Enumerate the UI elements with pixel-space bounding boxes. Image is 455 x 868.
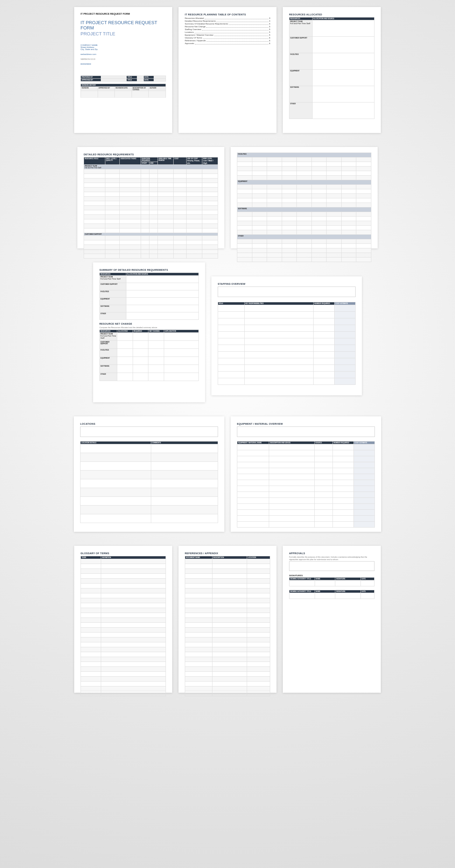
section-title: DETAILED RESOURCE REQUIREMENTS [84, 153, 218, 156]
section-title-netchange: RESOURCE NET CHANGE [99, 323, 199, 325]
detailed-req-table-cont: FACILITIESEQUIPMENTSOFTWAREOTHER [237, 153, 371, 262]
doc-title: IT PROJECT RESOURCE REQUEST FORM [80, 20, 166, 30]
signatures-table-1: SIGNING AUTHORITY TITLENAMESIGNATUREDATE [289, 577, 374, 586]
doc-header: IT PROJECT RESOURCE REQUEST FORM [80, 13, 166, 15]
staffing-table: ROLE KEY RESPONSIBILITIES NUMBER REQUIRE… [218, 302, 356, 385]
page-references: REFERENCES / APPENDIX DOCUMENT NAMEDESCR… [178, 546, 276, 693]
section-title-summary: SUMMARY OF DETAILED RESOURCE REQUIREMENT… [99, 269, 199, 271]
toc-row: Glossary Of Terms6 [185, 37, 270, 39]
prepared-by-table: PREPARED BYTITLEDATE APPROVED BYTITLEDAT… [80, 76, 166, 82]
locations-table: LOCATION DETAILSCOMMENTS [80, 441, 218, 523]
page-staffing: STAFFING OVERVIEW ROLE KEY RESPONSIBILIT… [211, 276, 362, 395]
page-cover: IT PROJECT RESOURCE REQUEST FORM IT PROJ… [74, 7, 172, 133]
toc-row: Locations5 [185, 31, 270, 33]
staffing-description-box [218, 287, 356, 297]
toc-row: Approvals6 [185, 42, 270, 44]
section-title: EQUIPMENT / MATERIAL OVERVIEW [237, 423, 375, 425]
doc-subtitle: PROJECT TITLE [80, 31, 166, 36]
toc-row: Summary Of Detailed Resource Requirement… [185, 23, 270, 25]
toc-list: Resources Allocated3Detailed Resource Re… [185, 17, 270, 44]
equipment-table: EQUIPMENT / MATERIAL NAME DESCRIPTION AN… [237, 441, 375, 528]
section-title: REFERENCES / APPENDIX [185, 552, 270, 555]
glossary-table: TERMDEFINITION [80, 556, 166, 696]
page-detailed-requirements: DETAILED RESOURCE REQUIREMENTS RESOURCE … [77, 147, 224, 248]
toc-row: Resource Net Change5 [185, 26, 270, 28]
toc-row: Equipment / Material Overview5 [185, 34, 270, 36]
page-locations: LOCATIONS LOCATION DETAILSCOMMENTS [74, 416, 224, 532]
netchange-subtitle: Compare the Resources Allocated and the … [99, 326, 199, 329]
section-title: STAFFING OVERVIEW [218, 283, 356, 285]
signatures-table-2: SIGNING AUTHORITY TITLENAMESIGNATUREDATE [289, 590, 374, 599]
signatures-label: SIGNATURES [289, 574, 374, 577]
equipment-description-box [237, 426, 375, 437]
page-toc: IT RESOURCE PLANNING TABLE OF CONTENTS R… [178, 7, 276, 133]
toc-title: IT RESOURCE PLANNING TABLE OF CONTENTS [185, 13, 270, 16]
section-title: APPROVALS [289, 552, 374, 555]
section-title: RESOURCES ALLOCATED [289, 13, 374, 16]
toc-row: Staffing Overview5 [185, 28, 270, 30]
locations-description-box [80, 426, 218, 437]
section-title: GLOSSARY OF TERMS [80, 552, 166, 555]
page-glossary: GLOSSARY OF TERMS TERMDEFINITION [74, 546, 172, 693]
version-history-table: VERSION HISTORY VERSION APPROVED BY REVI… [80, 84, 166, 98]
approvals-purpose-box [289, 561, 374, 571]
toc-row: Detailed Resource Requirements4 [185, 20, 270, 22]
summary-table: RESOURCESALLOCATION AND SOURCE PROJECT T… [99, 273, 199, 320]
resources-allocated-table: RESOURCESALLOCATION AND SOURCE PROJECT T… [289, 17, 374, 119]
toc-row: Resources Allocated3 [185, 17, 270, 19]
section-title: LOCATIONS [80, 423, 218, 425]
page-resources-allocated: RESOURCES ALLOCATED RESOURCESALLOCATION … [283, 7, 381, 133]
page-summary-netchange: SUMMARY OF DETAILED RESOURCE REQUIREMENT… [93, 262, 205, 402]
page-equipment: EQUIPMENT / MATERIAL OVERVIEW EQUIPMENT … [231, 416, 381, 532]
toc-row: References / Appendix6 [185, 40, 270, 42]
references-table: DOCUMENT NAMEDESCRIPTIONLOCATION [185, 556, 270, 696]
page-detailed-requirements-2: FACILITIESEQUIPMENTSOFTWAREOTHER [231, 147, 378, 248]
page-approvals: APPROVALS Formally describe the purpose … [283, 546, 381, 693]
netchange-table: RESOURCES ALLOCATED REQUIRED NET CHANGE … [99, 330, 199, 381]
detailed-req-table: RESOURCE ROLE SKILL LEVEL / QUALITY ASSO… [84, 157, 218, 259]
approvals-desc: Formally describe the purpose of this do… [289, 556, 374, 560]
